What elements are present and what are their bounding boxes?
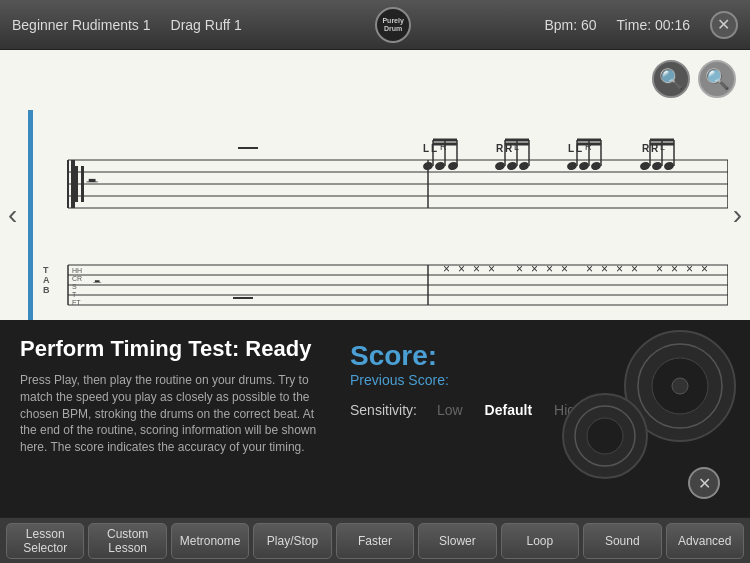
svg-text:𝄼: 𝄼 <box>86 178 98 183</box>
sheet-music-area: 🔍 🔍 ‹ › 𝄼 L L R <box>0 50 750 320</box>
svg-text:×: × <box>601 262 608 276</box>
logo: PurelyDrum <box>375 7 411 43</box>
bpm-display: Bpm: 60 <box>544 17 596 33</box>
custom-lesson-button[interactable]: Custom Lesson <box>88 523 166 559</box>
lesson-selector-button[interactable]: Lesson Selector <box>6 523 84 559</box>
svg-point-41 <box>590 161 602 171</box>
svg-text:×: × <box>488 262 495 276</box>
svg-text:×: × <box>671 262 678 276</box>
left-info: Perform Timing Test: Ready Press Play, t… <box>20 336 330 509</box>
right-info: Score: Previous Score: Sensitivity: Low … <box>350 336 730 509</box>
toolbar: Lesson Selector Custom Lesson Metronome … <box>0 517 750 563</box>
close-score-button[interactable]: ✕ <box>688 467 720 499</box>
metronome-button[interactable]: Metronome <box>171 523 249 559</box>
sensitivity-title: Sensitivity: <box>350 402 417 418</box>
faster-button[interactable]: Faster <box>336 523 414 559</box>
scroll-left-button[interactable]: ‹ <box>8 199 17 231</box>
svg-text:L: L <box>568 143 574 154</box>
sound-button[interactable]: Sound <box>583 523 661 559</box>
scroll-right-button[interactable]: › <box>733 199 742 231</box>
svg-point-39 <box>566 161 578 171</box>
svg-text:×: × <box>616 262 623 276</box>
svg-text:FT: FT <box>72 299 81 306</box>
timing-test-description: Press Play, then play the routine on you… <box>20 372 330 456</box>
svg-text:T: T <box>72 291 77 298</box>
top-bar-left: Beginner Rudiments 1 Drag Ruff 1 <box>12 17 242 33</box>
svg-point-97 <box>587 418 623 454</box>
loop-button[interactable]: Loop <box>501 523 579 559</box>
svg-text:R: R <box>496 143 504 154</box>
svg-point-18 <box>434 161 446 171</box>
svg-text:×: × <box>631 262 638 276</box>
svg-text:HH: HH <box>72 267 82 274</box>
lesson-name: Beginner Rudiments 1 <box>12 17 151 33</box>
svg-text:×: × <box>586 262 593 276</box>
svg-point-50 <box>639 161 651 171</box>
close-button[interactable]: ✕ <box>710 11 738 39</box>
svg-text:S: S <box>72 283 77 290</box>
svg-text:×: × <box>516 262 523 276</box>
sensitivity-default[interactable]: Default <box>479 400 538 420</box>
svg-text:R: R <box>642 143 650 154</box>
svg-rect-10 <box>75 166 78 202</box>
drum-decoration <box>540 326 740 486</box>
svg-rect-11 <box>81 166 84 202</box>
music-notation: 𝄼 L L R R R L L L <box>38 110 728 320</box>
svg-text:B: B <box>43 285 50 295</box>
svg-point-40 <box>578 161 590 171</box>
playback-position-bar <box>28 110 33 320</box>
svg-text:×: × <box>561 262 568 276</box>
play-stop-button[interactable]: Play/Stop <box>253 523 331 559</box>
time-display: Time: 00:16 <box>617 17 690 33</box>
svg-text:A: A <box>43 275 50 285</box>
zoom-out-icon: 🔍 <box>659 67 684 91</box>
svg-text:×: × <box>686 262 693 276</box>
svg-point-52 <box>663 161 675 171</box>
svg-text:CR: CR <box>72 275 82 282</box>
svg-text:L: L <box>423 143 429 154</box>
bottom-panel: Perform Timing Test: Ready Press Play, t… <box>0 320 750 563</box>
svg-point-17 <box>422 161 434 171</box>
svg-text:×: × <box>656 262 663 276</box>
svg-point-51 <box>651 161 663 171</box>
svg-text:×: × <box>458 262 465 276</box>
svg-point-30 <box>518 161 530 171</box>
timing-test-title: Perform Timing Test: Ready <box>20 336 330 362</box>
zoom-out-button[interactable]: 🔍 <box>652 60 690 98</box>
svg-text:×: × <box>443 262 450 276</box>
svg-text:×: × <box>546 262 553 276</box>
svg-text:×: × <box>701 262 708 276</box>
zoom-in-button[interactable]: 🔍 <box>698 60 736 98</box>
zoom-in-icon: 🔍 <box>705 67 730 91</box>
top-bar-right: Bpm: 60 Time: 00:16 ✕ <box>544 11 738 39</box>
svg-text:×: × <box>473 262 480 276</box>
svg-point-94 <box>672 378 688 394</box>
svg-text:T: T <box>43 265 49 275</box>
sensitivity-low[interactable]: Low <box>431 400 469 420</box>
svg-point-28 <box>494 161 506 171</box>
advanced-button[interactable]: Advanced <box>666 523 744 559</box>
svg-text:𝄼: 𝄼 <box>93 280 102 283</box>
top-bar: Beginner Rudiments 1 Drag Ruff 1 PurelyD… <box>0 0 750 50</box>
svg-point-29 <box>506 161 518 171</box>
info-row: Perform Timing Test: Ready Press Play, t… <box>0 320 750 517</box>
svg-text:×: × <box>531 262 538 276</box>
slower-button[interactable]: Slower <box>418 523 496 559</box>
lesson-sub: Drag Ruff 1 <box>171 17 242 33</box>
